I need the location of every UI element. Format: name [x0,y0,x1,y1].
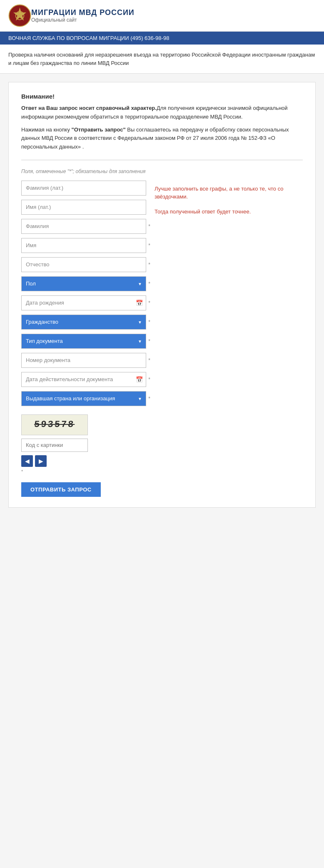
required-star-doctype: * [148,338,150,344]
doc-calendar-icon: 📅 [136,376,143,383]
form-hint: Лучше заполнить все графы, а не только т… [155,181,303,497]
field-doc-number: * [21,353,146,368]
captcha-next-button[interactable]: ▶ [35,455,47,467]
submit-section: ОТПРАВИТЬ ЗАПРОС [21,482,146,497]
birth-date-input[interactable] [21,295,146,310]
citizenship-select-wrapper: Гражданство [21,315,146,330]
required-star-gender: * [148,281,150,287]
hint-text-1: Лучше заполнить все графы, а не только т… [155,185,303,201]
warning-block: Внимание! Ответ на Ваш запрос носит спра… [21,93,303,151]
form-card: Внимание! Ответ на Ваш запрос носит спра… [8,82,316,508]
required-star-firstname: * [148,243,150,248]
doc-type-select[interactable]: Тип документа [21,334,146,349]
site-logo [8,4,31,27]
hotline-text: ВОЧНАЯ СЛУЖБА ПО ВОПРОСАМ МИГРАЦИИ (495)… [8,35,169,41]
field-doc-validity: 📅 * [21,372,146,387]
gender-select[interactable]: Пол Мужской Женский [21,276,146,291]
captcha-refresh-section: ◀ ▶ [21,455,146,467]
doc-validity-wrapper: 📅 [21,372,146,387]
warning-bold-1: Ответ на Ваш запрос носит справочный хар… [21,105,157,111]
hint-text-2: Тогда полученный ответ будет точнее. [155,208,303,216]
doc-validity-input[interactable] [21,372,146,387]
submit-button[interactable]: ОТПРАВИТЬ ЗАПРОС [21,482,101,497]
captcha-image: 593578 [21,414,88,435]
doc-number-input[interactable] [21,353,146,368]
field-last-name: * [21,219,146,234]
first-name-input[interactable] [21,238,146,253]
warning-text-submit: Нажимая на кнопку "Отправить запрос" Вы … [21,126,303,151]
required-star-lastname: * [148,223,150,229]
required-star-validity: * [148,377,150,382]
birth-date-wrapper: 📅 [21,295,146,310]
page-title-bar: Проверка наличия оснований для неразреше… [0,45,324,74]
field-first-name-lat [21,200,146,215]
warning-prefix: Нажимая на кнопку [21,126,70,133]
calendar-icon: 📅 [136,300,143,306]
required-note: Поля, отмеченные "*"; обязательны для за… [21,169,303,174]
warning-text-main: Ответ на Ваш запрос носит справочный хар… [21,104,303,122]
citizenship-select[interactable]: Гражданство [21,315,146,330]
divider [21,160,303,160]
required-star-patronymic: * [148,262,150,268]
page-title: Проверка наличия оснований для неразреше… [8,51,316,67]
first-name-lat-input[interactable] [21,200,146,215]
field-last-name-lat [21,181,146,196]
field-first-name: * [21,238,146,253]
main-content: Внимание! Ответ на Ваш запрос носит спра… [0,74,324,516]
field-issuing-country: Выдавшая страна или организация * [21,391,146,406]
required-star-issuingcountry: * [148,396,150,402]
issuing-country-select-wrapper: Выдавшая страна или организация [21,391,146,406]
required-star-birthdate: * [148,300,150,306]
captcha-input-group [21,439,146,452]
site-title: МИГРАЦИИ МВД РОССИИ [31,8,135,17]
site-header: МИГРАЦИИ МВД РОССИИ Официальный сайт [0,0,324,32]
top-nav-bar: ВОЧНАЯ СЛУЖБА ПО ВОПРОСАМ МИГРАЦИИ (495)… [0,32,324,45]
field-birth-date: 📅 * [21,295,146,310]
warning-title: Внимание! [21,93,303,100]
captcha-prev-button[interactable]: ◀ [21,455,33,467]
last-name-lat-input[interactable] [21,181,146,196]
form-fields: * * * Пол Мужской [21,181,146,497]
header-text: МИГРАЦИИ МВД РОССИИ Официальный сайт [31,8,135,23]
captcha-section: 593578 ◀ ▶ * [21,414,146,474]
captcha-display: 593578 [34,419,75,430]
field-doc-type: Тип документа * [21,334,146,349]
form-layout: * * * Пол Мужской [21,181,303,497]
site-subtitle: Официальный сайт [31,17,135,23]
field-patronymic: * [21,257,146,272]
doc-type-select-wrapper: Тип документа [21,334,146,349]
required-star-docnumber: * [148,357,150,363]
field-citizenship: Гражданство * [21,315,146,330]
captcha-required-note: * [21,469,146,474]
issuing-country-select[interactable]: Выдавшая страна или организация [21,391,146,406]
gender-select-wrapper: Пол Мужской Женский [21,276,146,291]
captcha-input[interactable] [21,439,88,452]
field-gender: Пол Мужской Женский * [21,276,146,291]
last-name-input[interactable] [21,219,146,234]
patronymic-input[interactable] [21,257,146,272]
required-star-citizenship: * [148,319,150,325]
warning-bold-2: "Отправить запрос" [72,126,126,133]
